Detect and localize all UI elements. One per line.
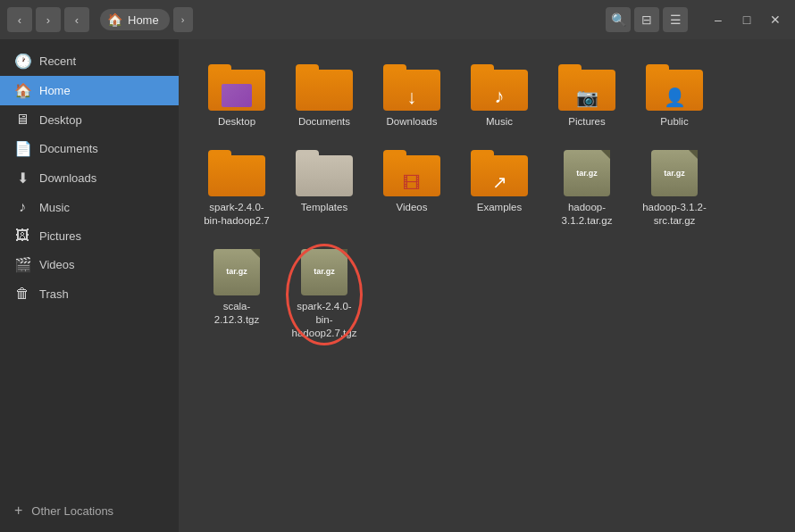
forward-icon: › — [46, 13, 50, 27]
file-label-downloads: Downloads — [387, 115, 438, 129]
search-icon: 🔍 — [611, 12, 626, 27]
examples-folder-icon: ↗ — [471, 150, 528, 196]
breadcrumb-expand-icon: › — [181, 14, 185, 25]
downloads-arrow-icon: ↓ — [407, 87, 417, 107]
maximize-button[interactable]: □ — [734, 7, 759, 32]
sidebar-item-trash-label: Trash — [39, 287, 69, 301]
back-icon: ‹ — [18, 13, 21, 27]
view-options-icon: ⊟ — [641, 12, 652, 27]
up-button[interactable]: ‹ — [64, 7, 89, 32]
file-label-hadoop-tgz: hadoop-3.1.2.tar.gz — [552, 201, 622, 228]
sidebar-item-home[interactable]: 🏠 Home — [0, 76, 179, 105]
sidebar-item-home-label: Home — [39, 84, 71, 97]
file-item-templates[interactable]: Templates — [284, 143, 364, 235]
search-button[interactable]: 🔍 — [606, 7, 631, 32]
main-layout: 🕐 Recent 🏠 Home 🖥 Desktop 📄 Documents ⬇ … — [0, 39, 795, 532]
sidebar-item-music[interactable]: ♪ Music — [0, 193, 179, 221]
pictures-folder-icon: 📷 — [558, 64, 615, 111]
public-folder-icon: 👤 — [646, 64, 703, 111]
sidebar-item-downloads[interactable]: ⬇ Downloads — [0, 163, 179, 193]
sidebar-item-videos[interactable]: 🎬 Videos — [0, 250, 179, 279]
spark-folder-icon — [208, 150, 265, 196]
documents-folder-icon — [296, 64, 353, 111]
hadoop-src-tgz-icon: tar.gz — [646, 150, 703, 196]
titlebar: ‹ › ‹ 🏠 Home › 🔍 ⊟ ☰ – □ ✕ — [0, 0, 795, 39]
home-icon: 🏠 — [14, 82, 30, 99]
file-label-pictures: Pictures — [568, 115, 606, 129]
file-item-pictures[interactable]: 📷 Pictures — [547, 57, 627, 136]
file-label-documents: Documents — [298, 115, 350, 129]
close-button[interactable]: ✕ — [763, 7, 788, 32]
file-label-spark-bin-folder: spark-2.4.0-bin-hadoop2.7 — [202, 201, 272, 228]
sidebar-item-pictures[interactable]: 🖼 Pictures — [0, 221, 179, 250]
hadoop-tgz-icon: tar.gz — [558, 150, 615, 196]
desktop-folder-icon — [208, 64, 265, 111]
view-options-button[interactable]: ⊟ — [634, 7, 659, 32]
downloads-icon: ⬇ — [14, 170, 30, 187]
file-label-examples: Examples — [477, 201, 523, 214]
file-content: Desktop Documents ↓ Downloads — [179, 39, 795, 532]
file-item-scala-tgz[interactable]: tar.gz scala-2.12.3.tgz — [197, 242, 277, 347]
breadcrumb[interactable]: 🏠 Home — [100, 9, 170, 30]
sidebar-item-recent[interactable]: 🕐 Recent — [0, 46, 179, 76]
documents-icon: 📄 — [14, 140, 30, 157]
menu-button[interactable]: ☰ — [663, 7, 688, 32]
minimize-icon: – — [715, 12, 722, 27]
maximize-icon: □ — [743, 12, 750, 27]
sidebar-item-trash[interactable]: 🗑 Trash — [0, 279, 179, 308]
other-locations-label: Other Locations — [31, 504, 113, 518]
add-icon: + — [14, 503, 22, 519]
scala-tgz-icon: tar.gz — [208, 249, 265, 295]
sidebar-item-videos-label: Videos — [39, 258, 75, 271]
breadcrumb-area: 🏠 Home › — [100, 7, 346, 32]
file-item-desktop[interactable]: Desktop — [197, 57, 277, 136]
file-item-documents[interactable]: Documents — [284, 57, 364, 136]
up-icon: ‹ — [75, 13, 79, 27]
file-label-videos: Videos — [397, 201, 428, 214]
sidebar-item-recent-label: Recent — [39, 54, 76, 68]
sidebar-item-desktop-label: Desktop — [39, 113, 82, 127]
close-icon: ✕ — [770, 12, 781, 27]
sidebar-bottom: + Other Locations — [0, 486, 179, 525]
file-item-hadoop-src-tgz[interactable]: tar.gz hadoop-3.1.2-src.tar.gz — [634, 143, 715, 235]
sidebar-item-music-label: Music — [39, 201, 70, 214]
trash-icon: 🗑 — [14, 286, 30, 302]
file-item-spark-tgz[interactable]: tar.gz spark-2.4.0-bin-hadoop2.7.tgz — [284, 242, 364, 347]
examples-arrow-icon: ↗ — [492, 171, 507, 193]
sidebar-item-downloads-label: Downloads — [39, 171, 96, 185]
back-button[interactable]: ‹ — [7, 7, 32, 32]
sidebar-item-documents[interactable]: 📄 Documents — [0, 134, 179, 163]
file-item-examples[interactable]: ↗ Examples — [459, 143, 540, 235]
sidebar-item-documents-label: Documents — [39, 142, 98, 155]
titlebar-actions: 🔍 ⊟ ☰ – □ ✕ — [606, 7, 788, 32]
file-label-desktop: Desktop — [218, 115, 255, 129]
downloads-folder-icon: ↓ — [383, 64, 440, 111]
templates-folder-icon — [296, 150, 353, 196]
spark-tgz-icon: tar.gz — [296, 249, 353, 295]
minimize-button[interactable]: – — [706, 7, 731, 32]
file-item-music[interactable]: ♪ Music — [459, 57, 540, 136]
desktop-icon: 🖥 — [14, 112, 30, 128]
person-icon: 👤 — [664, 87, 686, 108]
music-folder-icon: ♪ — [471, 64, 528, 111]
file-label-templates: Templates — [301, 201, 347, 214]
file-label-public: Public — [660, 115, 688, 129]
file-label-hadoop-src-tgz: hadoop-3.1.2-src.tar.gz — [640, 201, 709, 228]
sidebar-item-desktop[interactable]: 🖥 Desktop — [0, 105, 179, 134]
music-note-icon: ♪ — [495, 85, 505, 108]
videos-folder-icon: 🎞 — [383, 150, 440, 196]
forward-button[interactable]: › — [36, 7, 61, 32]
file-item-downloads[interactable]: ↓ Downloads — [372, 57, 452, 136]
camera-icon: 📷 — [576, 87, 598, 108]
other-locations-item[interactable]: + Other Locations — [0, 496, 179, 525]
file-item-hadoop-tgz[interactable]: tar.gz hadoop-3.1.2.tar.gz — [547, 143, 627, 235]
menu-icon: ☰ — [670, 12, 682, 27]
file-label-music: Music — [486, 115, 513, 129]
file-item-spark-bin-folder[interactable]: spark-2.4.0-bin-hadoop2.7 — [197, 143, 277, 235]
home-breadcrumb-icon: 🏠 — [107, 12, 122, 27]
music-icon: ♪ — [14, 199, 30, 215]
breadcrumb-expand-button[interactable]: › — [173, 7, 193, 32]
file-item-public[interactable]: 👤 Public — [634, 57, 715, 136]
file-item-videos[interactable]: 🎞 Videos — [372, 143, 452, 235]
videos-icon: 🎬 — [14, 256, 30, 273]
